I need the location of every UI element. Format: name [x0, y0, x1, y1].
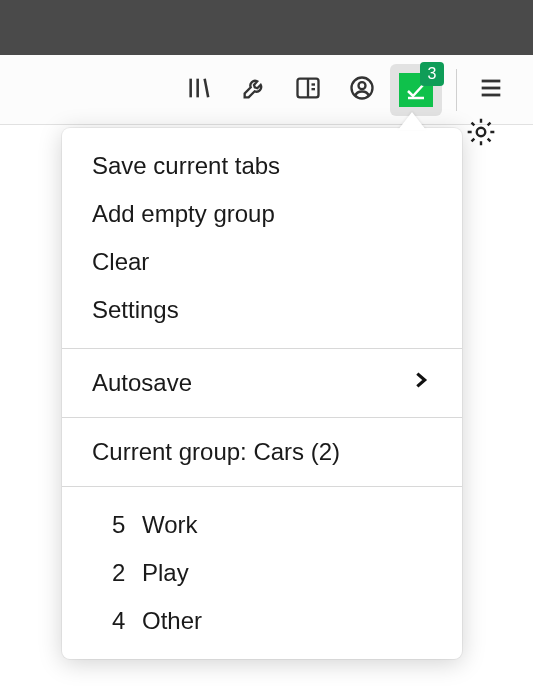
library-button[interactable]: [174, 64, 226, 116]
reader-button[interactable]: [282, 64, 334, 116]
settings-label: Settings: [92, 296, 179, 324]
svg-line-2: [205, 78, 209, 97]
menu-button[interactable]: [465, 64, 517, 116]
group-count: 2: [92, 559, 142, 587]
add-empty-group-item[interactable]: Add empty group: [62, 190, 462, 238]
extension-popup: Save current tabs Add empty group Clear …: [62, 128, 462, 659]
svg-point-13: [477, 128, 486, 137]
toolbar-separator: [456, 69, 457, 111]
current-group-item[interactable]: Current group: Cars (2): [62, 418, 462, 486]
group-list: 5 Work 2 Play 4 Other: [62, 487, 462, 659]
extension-button[interactable]: 3: [390, 64, 442, 116]
gear-icon: [465, 116, 497, 152]
save-current-tabs-item[interactable]: Save current tabs: [62, 142, 462, 190]
group-item-other[interactable]: 4 Other: [62, 597, 462, 645]
window-tab-strip: [0, 0, 533, 55]
wrench-button[interactable]: [228, 64, 280, 116]
group-name: Other: [142, 607, 432, 635]
clear-label: Clear: [92, 248, 149, 276]
current-group-label: Current group: Cars (2): [92, 438, 340, 466]
save-current-tabs-label: Save current tabs: [92, 152, 280, 180]
browser-toolbar: 3: [0, 55, 533, 125]
wrench-icon: [240, 74, 268, 106]
library-icon: [186, 74, 214, 106]
group-item-work[interactable]: 5 Work: [62, 501, 462, 549]
group-count: 5: [92, 511, 142, 539]
svg-point-8: [359, 82, 366, 89]
autosave-label: Autosave: [92, 369, 192, 397]
settings-item[interactable]: Settings: [62, 286, 462, 334]
chevron-right-icon: [410, 369, 432, 397]
account-icon: [348, 74, 376, 106]
autosave-item[interactable]: Autosave: [62, 349, 462, 417]
group-name: Play: [142, 559, 432, 587]
clear-item[interactable]: Clear: [62, 238, 462, 286]
popup-actions: Save current tabs Add empty group Clear …: [62, 128, 462, 348]
hamburger-icon: [477, 74, 505, 106]
popup-pointer: [398, 112, 426, 130]
group-count: 4: [92, 607, 142, 635]
page-settings-button[interactable]: [463, 116, 499, 152]
extension-badge: 3: [420, 62, 444, 86]
group-item-play[interactable]: 2 Play: [62, 549, 462, 597]
group-name: Work: [142, 511, 432, 539]
reader-icon: [294, 74, 322, 106]
account-button[interactable]: [336, 64, 388, 116]
add-empty-group-label: Add empty group: [92, 200, 275, 228]
